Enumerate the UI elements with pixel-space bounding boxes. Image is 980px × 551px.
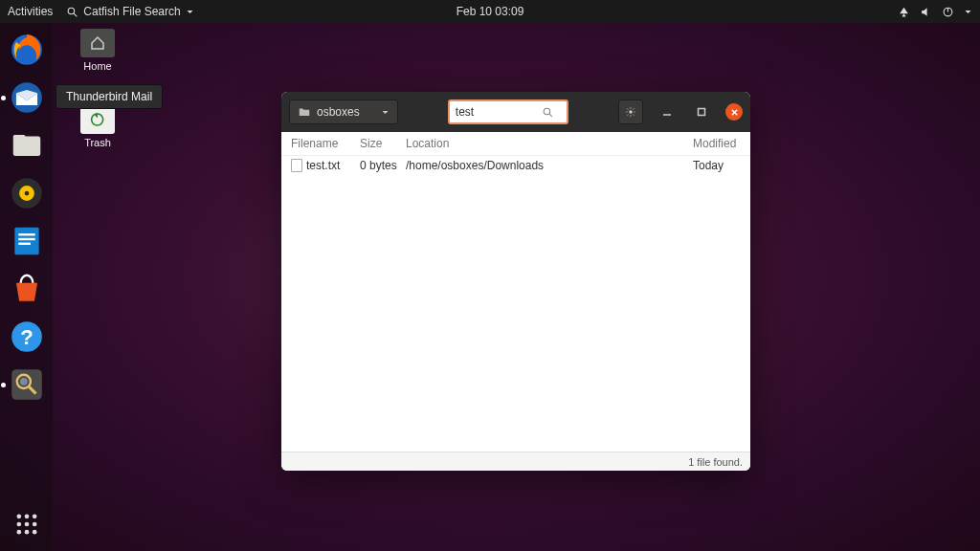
desktop-home[interactable]: Home bbox=[69, 29, 126, 72]
header-modified[interactable]: Modified bbox=[693, 137, 741, 150]
network-icon bbox=[898, 6, 910, 18]
svg-line-1 bbox=[74, 13, 77, 16]
cell-size: 0 bytes bbox=[360, 159, 406, 172]
window-titlebar[interactable]: osboxes bbox=[281, 92, 750, 132]
svg-rect-34 bbox=[699, 109, 705, 116]
svg-point-29 bbox=[32, 530, 36, 535]
svg-line-31 bbox=[549, 114, 552, 117]
header-size[interactable]: Size bbox=[360, 137, 406, 150]
dock-tooltip: Thunderbird Mail bbox=[56, 84, 163, 109]
svg-point-24 bbox=[16, 522, 21, 527]
dock-firefox[interactable] bbox=[6, 29, 48, 71]
close-icon bbox=[730, 108, 739, 117]
folder-icon bbox=[298, 105, 311, 119]
minimize-icon bbox=[662, 107, 672, 117]
volume-icon bbox=[920, 6, 932, 18]
search-input[interactable] bbox=[456, 105, 542, 119]
svg-point-21 bbox=[16, 515, 21, 519]
activities-button[interactable]: Activities bbox=[8, 5, 53, 18]
svg-rect-7 bbox=[12, 135, 25, 140]
cell-modified: Today bbox=[693, 159, 741, 172]
chevron-down-icon bbox=[186, 8, 194, 16]
power-icon bbox=[942, 6, 954, 18]
file-icon bbox=[291, 159, 302, 172]
top-menu-bar: Activities Catfish File Search Feb 10 03… bbox=[0, 0, 980, 23]
system-tray[interactable] bbox=[898, 6, 972, 18]
header-location[interactable]: Location bbox=[406, 137, 693, 150]
minimize-button[interactable] bbox=[657, 101, 678, 122]
svg-point-27 bbox=[16, 530, 21, 535]
svg-rect-12 bbox=[18, 233, 34, 235]
dock-catfish[interactable] bbox=[6, 364, 48, 406]
svg-point-10 bbox=[24, 191, 29, 196]
status-text: 1 file found. bbox=[688, 456, 743, 468]
dock-show-apps[interactable] bbox=[6, 503, 48, 545]
table-row[interactable]: test.txt 0 bytes /home/osboxes/Downloads… bbox=[281, 156, 750, 175]
svg-point-22 bbox=[24, 515, 29, 519]
svg-point-20 bbox=[19, 378, 27, 386]
results-header: Filename Size Location Modified bbox=[281, 132, 750, 156]
desktop-trash-label: Trash bbox=[84, 137, 111, 148]
svg-rect-17 bbox=[11, 369, 42, 400]
settings-button[interactable] bbox=[618, 99, 643, 124]
close-button[interactable] bbox=[725, 103, 743, 121]
dock-rhythmbox[interactable] bbox=[6, 172, 48, 214]
folder-chooser-label: osboxes bbox=[317, 105, 360, 119]
svg-point-30 bbox=[544, 108, 550, 115]
svg-point-25 bbox=[24, 522, 29, 527]
svg-rect-14 bbox=[18, 243, 31, 245]
chevron-down-icon bbox=[964, 8, 972, 16]
svg-text:?: ? bbox=[20, 325, 33, 349]
desktop-home-label: Home bbox=[83, 60, 111, 72]
dock-thunderbird[interactable] bbox=[6, 77, 48, 119]
svg-point-26 bbox=[32, 522, 36, 527]
search-icon bbox=[542, 106, 554, 119]
svg-rect-13 bbox=[18, 238, 34, 240]
launcher-dock: ? bbox=[0, 23, 53, 551]
gear-icon bbox=[624, 105, 637, 119]
clock[interactable]: Feb 10 03:09 bbox=[457, 5, 524, 18]
catfish-window: osboxes Filename Siz bbox=[281, 92, 750, 471]
dock-help[interactable]: ? bbox=[6, 316, 48, 358]
cell-filename: test.txt bbox=[306, 159, 340, 172]
maximize-icon bbox=[697, 107, 706, 117]
cell-location: /home/osboxes/Downloads bbox=[406, 159, 693, 172]
status-bar: 1 file found. bbox=[281, 452, 750, 471]
dock-ubuntu-software[interactable] bbox=[6, 268, 48, 310]
maximize-button[interactable] bbox=[691, 101, 712, 122]
svg-rect-11 bbox=[14, 228, 38, 255]
dock-files[interactable] bbox=[6, 124, 48, 166]
dock-libreoffice-writer[interactable] bbox=[6, 220, 48, 262]
header-filename[interactable]: Filename bbox=[291, 137, 360, 150]
svg-point-0 bbox=[69, 8, 76, 14]
catfish-icon bbox=[66, 6, 78, 18]
results-list[interactable]: Filename Size Location Modified test.txt… bbox=[281, 132, 750, 452]
folder-chooser[interactable]: osboxes bbox=[289, 99, 398, 124]
desktop-trash[interactable]: Trash bbox=[69, 105, 126, 148]
svg-point-23 bbox=[32, 515, 36, 519]
search-input-wrap[interactable] bbox=[448, 99, 568, 124]
svg-point-32 bbox=[629, 110, 633, 114]
app-menu[interactable]: Catfish File Search bbox=[66, 5, 193, 18]
chevron-down-icon bbox=[381, 108, 390, 117]
app-menu-label: Catfish File Search bbox=[83, 5, 180, 18]
svg-point-28 bbox=[24, 530, 29, 535]
